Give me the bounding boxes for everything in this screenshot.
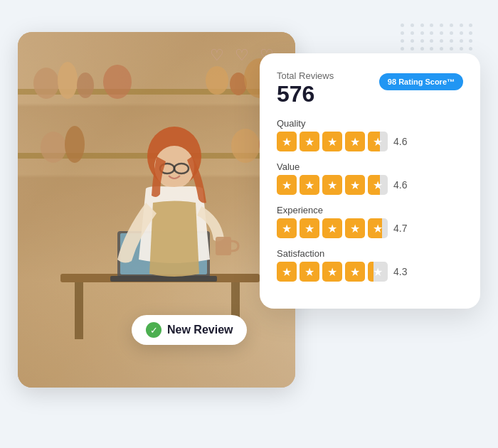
svg-point-4 [58, 62, 78, 99]
rating-value: 4.3 [393, 266, 407, 277]
rating-label: Quality [277, 118, 463, 129]
rating-row: Experience★★★★★4.7 [277, 205, 463, 238]
rating-row: Quality★★★★★4.6 [277, 118, 463, 151]
rating-row: Value★★★★★4.6 [277, 161, 463, 195]
svg-rect-25 [216, 237, 231, 255]
rating-value: 4.6 [393, 136, 407, 147]
new-review-text: New Review [167, 324, 233, 336]
rating-score-badge: 98 Rating Score™ [379, 73, 463, 90]
rating-label: Experience [277, 205, 463, 215]
rating-value: 4.6 [393, 179, 407, 191]
svg-point-3 [33, 68, 59, 99]
rating-label: Satisfaction [277, 248, 463, 259]
review-header: Total Reviews 576 98 Rating Score™ [277, 70, 463, 105]
scene: ♡ ♡ ♡ [18, 18, 480, 430]
svg-point-6 [103, 65, 132, 99]
rating-row: Satisfaction★★★★★4.3 [277, 248, 463, 282]
svg-rect-15 [75, 282, 83, 339]
total-reviews-number: 576 [277, 82, 334, 105]
svg-point-12 [231, 129, 260, 163]
svg-point-5 [77, 73, 94, 98]
check-icon: ✓ [146, 322, 161, 338]
svg-point-7 [206, 66, 228, 95]
new-review-badge: ✓ New Review [132, 315, 247, 345]
review-card: Total Reviews 576 98 Rating Score™ Quali… [260, 53, 480, 309]
svg-point-11 [65, 126, 85, 163]
rating-label: Value [277, 161, 463, 172]
total-reviews-section: Total Reviews 576 [277, 70, 334, 105]
svg-rect-19 [110, 276, 217, 282]
rating-value: 4.7 [393, 223, 407, 234]
total-reviews-label: Total Reviews [277, 70, 334, 81]
rating-rows-container: Quality★★★★★4.6Value★★★★★4.6Experience★★… [277, 118, 463, 282]
svg-point-10 [41, 132, 66, 163]
